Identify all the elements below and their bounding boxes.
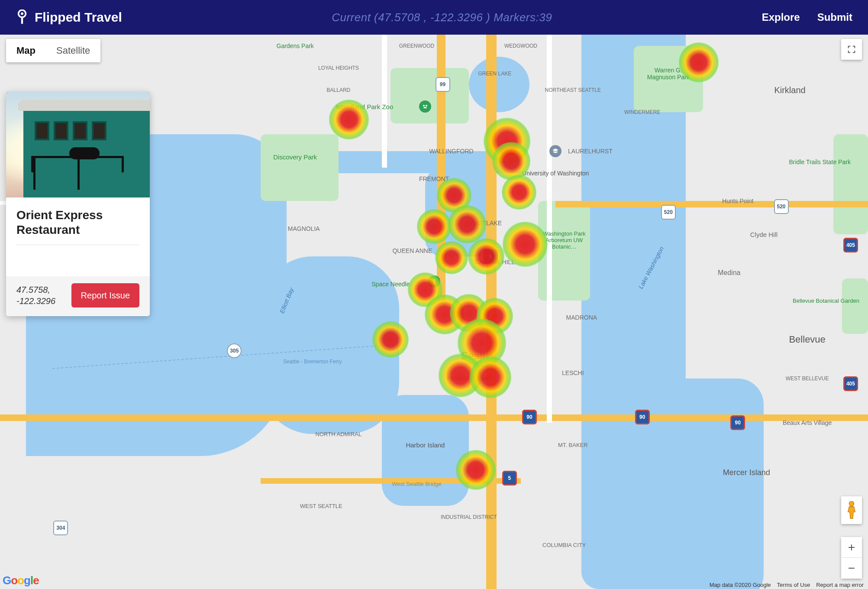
shield-i405b: 405 bbox=[843, 376, 858, 391]
spaceneedle-pin-icon bbox=[428, 275, 440, 288]
shield-i90c: 90 bbox=[730, 415, 745, 430]
status-text: Current (47.5708 , -122.3296 ) Markers:3… bbox=[122, 11, 762, 24]
brand[interactable]: Flipped Travel bbox=[16, 10, 122, 25]
attrib-terms[interactable]: Terms of Use bbox=[777, 582, 810, 588]
shield-sr304: 304 bbox=[53, 521, 68, 535]
shield-sr520a: 520 bbox=[661, 205, 676, 220]
zoom-out-button[interactable]: − bbox=[841, 558, 862, 579]
attrib-data: Map data ©2020 Google bbox=[710, 582, 771, 588]
map-attribution: Map data ©2020 Google Terms of Use Repor… bbox=[710, 582, 864, 588]
google-logo: Google bbox=[3, 574, 39, 587]
report-issue-button[interactable]: Report Issue bbox=[71, 283, 139, 307]
zoom-control: + − bbox=[841, 537, 862, 579]
zoo-pin-icon bbox=[419, 100, 431, 113]
place-card: Orient Express Restaurant 47.5758, -122.… bbox=[6, 92, 150, 316]
svg-rect-2 bbox=[21, 16, 23, 24]
uw-pin-icon bbox=[549, 145, 561, 157]
app-header: Flipped Travel Current (47.5708 , -122.3… bbox=[0, 0, 868, 35]
svg-point-1 bbox=[21, 13, 23, 15]
shield-sr520b: 520 bbox=[774, 199, 789, 214]
map-type-control: Map Satellite bbox=[6, 39, 100, 62]
map[interactable]: Seattle Kirkland Bellevue Mercer Island … bbox=[0, 35, 868, 589]
pin-icon bbox=[16, 10, 29, 25]
nav-submit[interactable]: Submit bbox=[817, 11, 852, 23]
svg-point-3 bbox=[849, 501, 854, 506]
shield-i5a: 5 bbox=[483, 249, 498, 264]
map-type-satellite[interactable]: Satellite bbox=[46, 39, 100, 62]
map-type-map[interactable]: Map bbox=[6, 39, 46, 62]
shield-i90a: 90 bbox=[522, 410, 537, 424]
shield-i90b: 90 bbox=[635, 410, 650, 424]
divider bbox=[16, 245, 139, 245]
shield-sr305: 305 bbox=[227, 343, 242, 358]
nav: Explore Submit bbox=[762, 11, 852, 23]
fullscreen-icon bbox=[847, 45, 856, 54]
pegman-icon bbox=[845, 501, 858, 520]
place-photo bbox=[6, 92, 150, 197]
attrib-report[interactable]: Report a map error bbox=[816, 582, 864, 588]
zoom-in-button[interactable]: + bbox=[841, 537, 862, 558]
shield-i5b: 5 bbox=[502, 471, 517, 485]
place-coords: 47.5758, -122.3296 bbox=[16, 284, 71, 307]
nav-explore[interactable]: Explore bbox=[762, 11, 800, 23]
pegman-button[interactable] bbox=[841, 496, 862, 524]
brand-name: Flipped Travel bbox=[35, 10, 122, 25]
shield-sr99: 99 bbox=[436, 77, 450, 92]
fullscreen-button[interactable] bbox=[841, 39, 862, 60]
shield-i405a: 405 bbox=[843, 238, 858, 252]
place-title: Orient Express Restaurant bbox=[16, 208, 139, 237]
